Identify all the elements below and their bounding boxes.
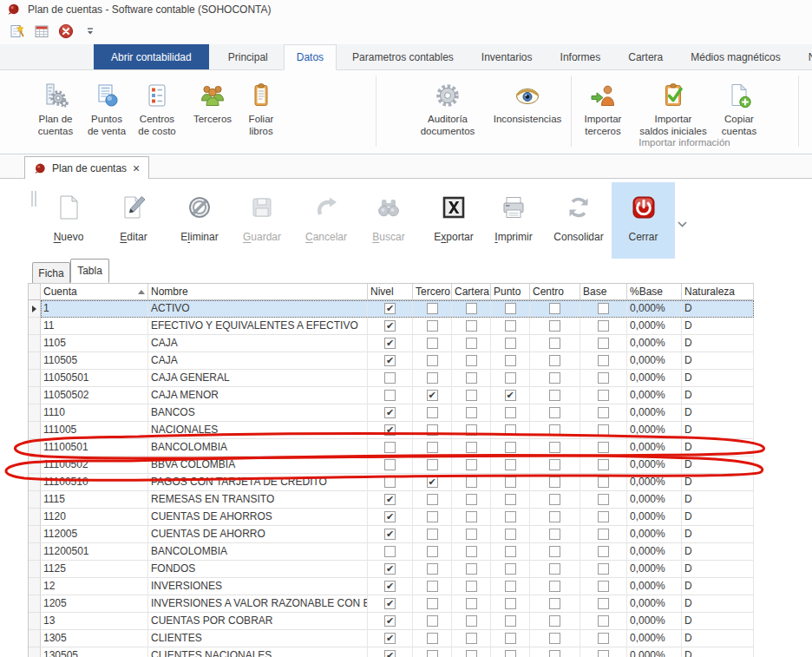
tercero-checkbox[interactable] [427, 372, 438, 384]
punto-checkbox[interactable] [505, 390, 516, 401]
cartera-checkbox[interactable] [466, 338, 477, 349]
base-checkbox[interactable] [598, 598, 609, 609]
guardar-button[interactable]: Guardar [232, 182, 292, 259]
nivel-checkbox[interactable] [384, 476, 396, 488]
ribbon-tab-inventarios[interactable]: Inventarios [469, 44, 545, 69]
centro-checkbox[interactable] [549, 476, 560, 488]
centro-checkbox[interactable] [549, 546, 560, 557]
tercero-checkbox[interactable] [427, 511, 438, 522]
ribbon-button-puntos-de-venta[interactable]: Puntos de venta [82, 76, 132, 150]
punto-checkbox[interactable] [505, 650, 516, 657]
cartera-checkbox[interactable] [466, 598, 477, 609]
tercero-checkbox[interactable] [427, 633, 438, 644]
base-checkbox[interactable] [598, 494, 609, 505]
grid-header-nivel[interactable]: Nivel [368, 284, 413, 300]
punto-checkbox[interactable] [505, 598, 516, 609]
table-row[interactable]: 1120CUENTAS DE AHORROS0,000%D [29, 509, 754, 526]
table-row[interactable]: 130505CLIENTES NACIONALES0,000%D [29, 647, 754, 657]
calendar-icon[interactable] [33, 23, 50, 40]
cartera-checkbox[interactable] [466, 563, 477, 575]
table-row[interactable]: 111005NACIONALES0,000%D [29, 422, 754, 439]
tercero-checkbox[interactable] [427, 424, 438, 436]
grid-header-cuenta[interactable]: Cuenta [41, 284, 148, 300]
table-row[interactable]: 110505CAJA0,000%D [29, 352, 754, 370]
base-checkbox[interactable] [598, 650, 609, 657]
document-tab-plan-de-cuentas[interactable]: Plan de cuentas × [24, 156, 149, 179]
table-row[interactable]: 1105CAJA0,000%D [29, 335, 754, 352]
centro-checkbox[interactable] [549, 511, 560, 522]
ribbon-tab-niif[interactable]: NIIF [796, 44, 812, 69]
ribbon-tab-medios-magneticos[interactable]: Médios magnéticos [678, 44, 792, 69]
table-row[interactable]: 11050502CAJA MENOR0,000%D [29, 387, 754, 404]
base-checkbox[interactable] [598, 390, 609, 401]
nivel-checkbox[interactable] [384, 407, 396, 418]
cancelar-button[interactable]: Cancelar [296, 182, 357, 259]
tab-close-icon[interactable]: × [133, 163, 140, 174]
nivel-checkbox[interactable] [384, 303, 396, 314]
nuevo-button[interactable]: Nuevo [38, 182, 99, 259]
toolbar-overflow-icon[interactable] [82, 23, 99, 40]
punto-checkbox[interactable] [505, 494, 516, 505]
centro-checkbox[interactable] [549, 372, 560, 384]
punto-checkbox[interactable] [505, 546, 516, 557]
base-checkbox[interactable] [598, 633, 609, 644]
ribbon-button-centros-de-costo[interactable]: Centros de costo [132, 76, 182, 150]
table-row[interactable]: 11100510PAGOS CON TARJETA DE CREDITO0,00… [29, 474, 754, 491]
table-row[interactable]: 11100502BBVA COLOMBIA0,000%D [29, 457, 754, 474]
base-checkbox[interactable] [598, 338, 609, 349]
table-row[interactable]: 11050501CAJA GENERAL0,000%D [29, 370, 754, 387]
base-checkbox[interactable] [598, 355, 609, 366]
centro-checkbox[interactable] [549, 355, 560, 366]
grid-header-centro[interactable]: Centro [530, 284, 580, 300]
tercero-checkbox[interactable] [427, 355, 438, 366]
cartera-checkbox[interactable] [466, 303, 477, 314]
base-checkbox[interactable] [598, 459, 609, 470]
tercero-checkbox[interactable] [427, 459, 438, 470]
centro-checkbox[interactable] [549, 581, 560, 592]
centro-checkbox[interactable] [549, 615, 560, 627]
base-checkbox[interactable] [598, 476, 609, 488]
nivel-checkbox[interactable] [384, 390, 396, 401]
table-row[interactable]: 1110BANCOS0,000%D [29, 404, 754, 422]
tercero-checkbox[interactable] [427, 615, 438, 627]
ribbon-tab-parametros-contables[interactable]: Parametros contables [340, 44, 466, 69]
tercero-checkbox[interactable] [427, 476, 438, 488]
cartera-checkbox[interactable] [466, 355, 477, 366]
imprimir-button[interactable]: Imprimir [483, 182, 544, 259]
tercero-checkbox[interactable] [427, 338, 438, 349]
cartera-checkbox[interactable] [466, 372, 477, 384]
tercero-checkbox[interactable] [427, 442, 438, 453]
cartera-checkbox[interactable] [466, 476, 477, 488]
centro-checkbox[interactable] [549, 424, 560, 436]
nivel-checkbox[interactable] [384, 546, 396, 557]
centro-checkbox[interactable] [549, 494, 560, 505]
view-tab-tabla[interactable]: Tabla [70, 259, 109, 283]
centro-checkbox[interactable] [549, 598, 560, 609]
base-checkbox[interactable] [598, 407, 609, 418]
punto-checkbox[interactable] [505, 320, 516, 332]
punto-checkbox[interactable] [505, 459, 516, 470]
table-row[interactable]: 112005CUENTAS DE AHORRO0,000%D [29, 526, 754, 543]
buscar-button[interactable]: Buscar [358, 182, 419, 259]
tercero-checkbox[interactable] [427, 563, 438, 575]
punto-checkbox[interactable] [505, 563, 516, 575]
table-row[interactable]: 1125FONDOS0,000%D [29, 561, 754, 578]
nivel-checkbox[interactable] [384, 633, 396, 644]
tercero-checkbox[interactable] [427, 303, 438, 314]
punto-checkbox[interactable] [505, 424, 516, 436]
table-row[interactable]: 1205INVERSIONES A VALOR RAZONABLE CON EF… [29, 595, 754, 613]
tercero-checkbox[interactable] [427, 494, 438, 505]
cartera-checkbox[interactable] [466, 390, 477, 401]
grid-header-tercero[interactable]: Tercero [413, 284, 452, 300]
base-checkbox[interactable] [598, 511, 609, 522]
nivel-checkbox[interactable] [384, 615, 396, 627]
centro-checkbox[interactable] [549, 459, 560, 470]
ribbon-tab-abrir-contabilidad[interactable]: Abrir contabilidad [94, 44, 209, 69]
table-row[interactable]: 11100501BANCOLOMBIA0,000%D [29, 439, 754, 457]
nivel-checkbox[interactable] [384, 598, 396, 609]
cartera-checkbox[interactable] [466, 320, 477, 332]
ribbon-button-foliar-libros[interactable]: Foliar libros [239, 76, 283, 150]
punto-checkbox[interactable] [505, 338, 516, 349]
cartera-checkbox[interactable] [466, 546, 477, 557]
cartera-checkbox[interactable] [466, 581, 477, 592]
